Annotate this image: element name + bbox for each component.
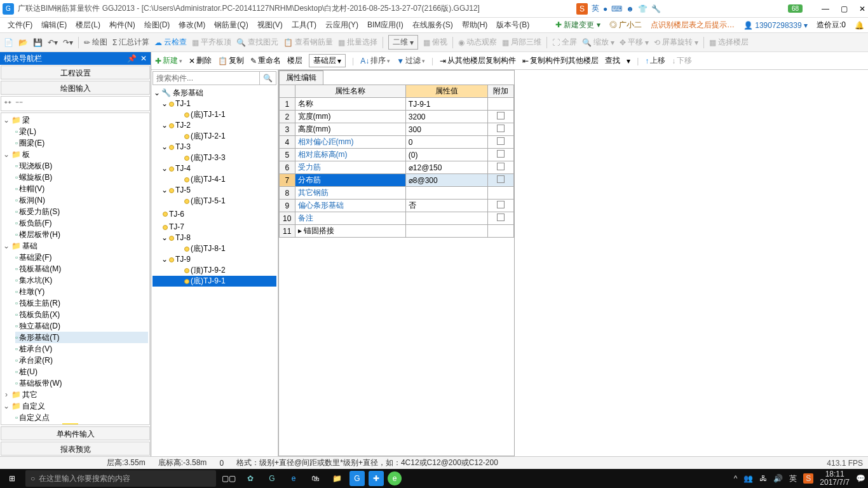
mtree-root[interactable]: ⌄🔧 条形基础 <box>153 88 276 98</box>
tree-group[interactable]: ⌄📁 基础 <box>3 240 148 252</box>
prop-row[interactable]: 5 相对底标高(m) (0) <box>280 149 514 161</box>
menu-component[interactable]: 构件(N) <box>105 18 139 32</box>
tree-group[interactable]: ⌄📁 自定义 <box>3 400 148 412</box>
filter-button[interactable]: ▼ 过滤▾ <box>397 55 425 66</box>
pin-icon[interactable]: 📌 <box>127 54 137 63</box>
tree-group[interactable]: ⌄📁 板 <box>3 149 148 160</box>
menu-help[interactable]: 帮助(H) <box>458 18 492 32</box>
floor-button[interactable]: ▦ 选择楼层 <box>709 37 749 48</box>
prop-row[interactable]: 6 受力筋 ⌀12@150 <box>280 161 514 174</box>
prop-row[interactable]: 11 ▸ 锚固搭接 <box>280 225 514 238</box>
tree-item[interactable]: ▫ 独立基础(D) <box>15 320 148 332</box>
tree-item[interactable]: ▫ 集水坑(K) <box>15 274 148 286</box>
menu-tool[interactable]: 工具(T) <box>288 18 320 32</box>
tree-item[interactable]: ▫ 筏板负筋(X) <box>15 309 148 320</box>
ime-wrench-icon[interactable]: 🔧 <box>651 4 661 13</box>
redo-icon[interactable]: ↷▾ <box>63 38 73 47</box>
maximize-button[interactable]: ▢ <box>841 4 848 13</box>
full-button[interactable]: ⛶ 全屏 <box>552 37 577 48</box>
property-tab[interactable]: 属性编辑 <box>279 71 323 85</box>
up-button[interactable]: ↑ 上移 <box>645 55 665 66</box>
ime-face-icon[interactable]: ☻ <box>626 4 634 13</box>
mtree-item[interactable]: ⌄ TJ-8 <box>153 233 276 243</box>
mtree-leaf[interactable]: (底)TJ-8-1 <box>153 243 276 254</box>
menu-file[interactable]: 文件(F) <box>4 18 36 32</box>
notif-badge[interactable]: 68 <box>788 4 803 13</box>
menu-floor[interactable]: 楼层(L) <box>72 18 104 32</box>
menu-online[interactable]: 在线服务(S) <box>409 18 457 32</box>
bell-icon[interactable]: 🔔 <box>855 21 864 30</box>
ime-shirt-icon[interactable]: 👕 <box>638 4 648 13</box>
mtree-leaf[interactable]: (底)TJ-3-3 <box>153 152 276 163</box>
tree-item[interactable]: ▫ 现浇板(B) <box>15 160 148 172</box>
prop-row[interactable]: 1 名称 TJ-9-1 <box>280 98 514 111</box>
tray-up-icon[interactable]: ^ <box>734 474 738 483</box>
tree-item[interactable]: ▫ 螺旋板(B) <box>15 172 148 183</box>
delete-button[interactable]: ✕ 删除 <box>189 55 212 66</box>
mtree-leaf[interactable]: (底)TJ-2-1 <box>153 131 276 142</box>
save-icon[interactable]: 💾 <box>33 38 43 47</box>
find-button[interactable]: 🔍 查找图元 <box>236 37 278 48</box>
instance-tree[interactable]: ⌄🔧 条形基础⌄ TJ-1 (底)TJ-1-1⌄ TJ-2 (底)TJ-2-1⌄… <box>151 86 278 456</box>
gxe-button[interactable]: ◎ 广小二 <box>609 20 642 30</box>
tree-item[interactable]: ▫ 承台梁(R) <box>15 355 148 366</box>
mtree-item[interactable]: TJ-6 <box>153 209 276 220</box>
tree-item[interactable]: ▫ 基础板带(W) <box>15 377 148 389</box>
prop-row[interactable]: 2 宽度(mm) 3200 <box>280 111 514 123</box>
bird-button[interactable]: ▦ 俯视 <box>423 37 447 48</box>
menu-bim[interactable]: BIM应用(I) <box>363 18 407 32</box>
tree-item[interactable]: ▫ 基础梁(F) <box>15 252 148 263</box>
tree-item[interactable]: ▫ 桩承台(V) <box>15 343 148 355</box>
start-button[interactable]: ⊞ <box>3 469 22 488</box>
tree-item[interactable]: ▫ 自定义线(X)NEW <box>15 423 148 425</box>
tree-item[interactable]: ▫ 梁(L) <box>15 126 148 137</box>
close-button[interactable]: ✕ <box>859 4 865 13</box>
tree-item[interactable]: ▫ 圈梁(E) <box>15 137 148 149</box>
batch-button[interactable]: ▦ 批量选择 <box>338 37 377 48</box>
zoom-button[interactable]: 🔍 缩放 ▾ <box>582 37 614 48</box>
prop-row[interactable]: 10 备注 <box>280 212 514 225</box>
copyto-button[interactable]: ⇤ 复制构件到其他楼层 <box>522 55 599 66</box>
copyfrom-button[interactable]: ⇥ 从其他楼层复制构件 <box>440 55 516 66</box>
taskview-icon[interactable]: ▢▢ <box>220 470 238 487</box>
dyn-button[interactable]: ◉ 动态观察 <box>458 37 497 48</box>
tray-vol-icon[interactable]: 🔊 <box>773 474 783 483</box>
mtree-leaf[interactable]: (底)TJ-1-1 <box>153 109 276 120</box>
tray-clock[interactable]: 18:112017/7/7 <box>820 470 850 487</box>
tree-item[interactable]: ▫ 自定义点 <box>15 412 148 423</box>
mtree-item[interactable]: ⌄ TJ-4 <box>153 163 276 174</box>
tree-item[interactable]: ▫ 板受力筋(S) <box>15 206 148 217</box>
down-button[interactable]: ↓ 下移 <box>672 55 692 66</box>
search-button[interactable]: 查找 <box>605 55 620 66</box>
ime-lang[interactable]: 英 <box>592 3 599 14</box>
prop-row[interactable]: 9 偏心条形基础 否 <box>280 200 514 212</box>
prop-row[interactable]: 8 其它钢筋 <box>280 187 514 200</box>
menu-view[interactable]: 视图(V) <box>254 18 287 32</box>
property-grid[interactable]: 属性名称 属性值 附加 1 名称 TJ-9-1 2 宽度(mm) 3200 3 … <box>279 85 514 456</box>
single-tab[interactable]: 单构件输入 <box>1 426 150 440</box>
new-file-icon[interactable]: 📄 <box>4 38 13 47</box>
tree-item[interactable]: ▫ 柱墩(Y) <box>15 286 148 297</box>
mtree-leaf[interactable]: (底)TJ-9-1 <box>153 276 276 287</box>
minimize-button[interactable]: — <box>822 4 829 13</box>
app3-icon[interactable]: G <box>349 471 365 486</box>
menu-edit[interactable]: 编辑(E) <box>37 18 71 32</box>
tree-item[interactable]: ▫ 筏板基础(M) <box>15 263 148 274</box>
mtree-item[interactable]: TJ-7 <box>153 222 276 233</box>
mtree-item[interactable]: ⌄ TJ-9 <box>153 254 276 265</box>
tray-sogou-icon[interactable]: S <box>803 473 813 484</box>
menu-cloud[interactable]: 云应用(Y) <box>322 18 362 32</box>
pan-button[interactable]: ✥ 平移 ▾ <box>620 37 649 48</box>
tray-notif-icon[interactable]: 💬 <box>856 474 865 483</box>
prop-row[interactable]: 7 分布筋 ⌀8@300 <box>280 174 514 187</box>
tree-item[interactable]: ▫ 桩(U) <box>15 366 148 377</box>
menu-rebar[interactable]: 钢筋量(Q) <box>210 18 252 32</box>
rename-button[interactable]: ✎ 重命名 <box>250 55 281 66</box>
menu-draw[interactable]: 绘图(D) <box>140 18 174 32</box>
prop-row[interactable]: 4 相对偏心距(mm) 0 <box>280 136 514 149</box>
open-icon[interactable]: 📂 <box>18 38 28 47</box>
mtree-item[interactable]: ⌄ TJ-2 <box>153 120 276 131</box>
mtree-item[interactable]: ⌄ TJ-3 <box>153 142 276 152</box>
mtree-leaf[interactable]: (底)TJ-5-1 <box>153 196 276 207</box>
app5-icon[interactable]: e <box>388 471 402 485</box>
